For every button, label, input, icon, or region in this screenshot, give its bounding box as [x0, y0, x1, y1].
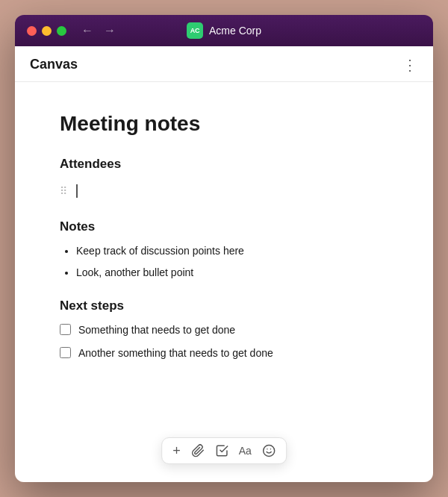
checkbox-1[interactable]	[60, 324, 71, 335]
document-body: Meeting notes Attendees ⠿ Notes Keep tra…	[15, 82, 433, 482]
page-title: Canvas	[30, 57, 78, 72]
emoji-button[interactable]	[262, 444, 276, 457]
checkbox-2[interactable]	[60, 347, 71, 358]
attendees-section: Attendees ⠿	[60, 157, 388, 201]
notes-list: Keep track of discussion points here Loo…	[60, 243, 388, 281]
svg-point-0	[263, 446, 274, 457]
attendees-heading: Attendees	[60, 157, 388, 172]
font-button[interactable]: Aa	[239, 446, 252, 456]
notes-section: Notes Keep track of discussion points he…	[60, 219, 388, 281]
back-button[interactable]: ←	[81, 24, 93, 37]
content-area: Canvas ⋮ Meeting notes Attendees ⠿ Notes…	[15, 46, 433, 482]
minimize-button[interactable]	[42, 26, 52, 36]
add-button[interactable]: +	[172, 444, 181, 457]
next-steps-section: Next steps Something that needs to get d…	[60, 298, 388, 361]
forward-button[interactable]: →	[104, 24, 116, 37]
app-window: ← → AC Acme Corp Canvas ⋮ Meeting notes …	[15, 15, 433, 482]
floating-toolbar: + Aa	[161, 437, 287, 464]
close-button[interactable]	[27, 26, 37, 36]
more-button[interactable]: ⋮	[402, 57, 418, 72]
list-item: Keep track of discussion points here	[76, 243, 388, 259]
app-name: Acme Corp	[209, 25, 261, 37]
text-cursor	[76, 184, 78, 198]
app-identity: AC Acme Corp	[187, 22, 261, 39]
checkbox-button[interactable]	[215, 444, 228, 457]
document-title: Meeting notes	[60, 112, 388, 136]
maximize-button[interactable]	[57, 26, 66, 36]
task-label-2: Another something that needs to get done	[78, 346, 273, 361]
notes-heading: Notes	[60, 219, 388, 234]
checkbox-item: Something that needs to get done	[60, 322, 388, 338]
avatar: AC	[187, 22, 203, 39]
page-toolbar: Canvas ⋮	[15, 46, 433, 82]
titlebar: ← → AC Acme Corp	[15, 15, 433, 46]
nav-buttons: ← →	[81, 24, 116, 37]
task-label-1: Something that needs to get done	[78, 322, 235, 338]
next-steps-heading: Next steps	[60, 298, 388, 313]
traffic-lights	[27, 26, 66, 36]
checkbox-item: Another something that needs to get done	[60, 346, 388, 361]
list-item: Look, another bullet point	[76, 265, 388, 281]
attendees-row: ⠿	[60, 181, 388, 201]
drag-handle-icon[interactable]: ⠿	[60, 185, 67, 197]
attach-button[interactable]	[191, 444, 205, 457]
